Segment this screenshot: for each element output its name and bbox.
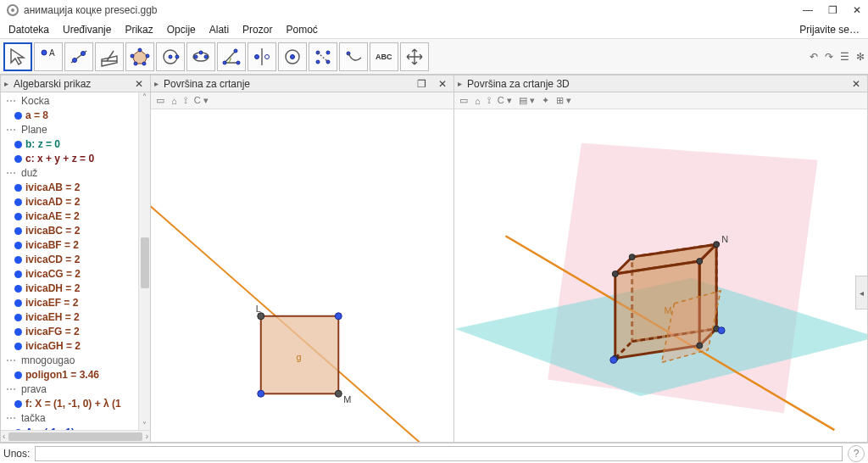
scroll-up-icon[interactable]: ˄ [142,92,147,102]
algebra-panel-close[interactable]: ✕ [131,78,147,90]
visibility-dot-icon[interactable] [14,227,22,235]
window-minimize-button[interactable]: — [803,4,813,16]
algebra-item[interactable]: ivicaCG = 2 [3,267,138,282]
menu-prozor[interactable]: Prozor [237,22,277,37]
graphics2d-canvas[interactable]: L M g [151,109,453,442]
tool-move[interactable] [3,42,32,71]
visibility-dot-icon[interactable] [14,285,22,293]
algebra-item[interactable]: c: x + y + z = 0 [3,152,138,166]
visibility-dot-icon[interactable] [14,299,22,307]
menu-uređivanje[interactable]: Uređivanje [58,22,116,37]
algebra-item[interactable]: ivicaEF = 2 [3,296,138,310]
window-close-button[interactable]: ✕ [853,4,861,16]
algebra-item[interactable]: b: z = 0 [3,137,138,152]
scroll-right-icon[interactable]: › [146,432,148,441]
algebra-group[interactable]: tačka [3,411,138,426]
sub3d-btn-2[interactable]: ⟟ [487,95,491,106]
visibility-dot-icon[interactable] [14,371,22,379]
algebra-group[interactable]: Kocka [3,94,138,109]
visibility-dot-icon[interactable] [14,155,22,163]
graphics2d-maximize[interactable]: ❐ [414,78,430,90]
sub3d-btn-0[interactable]: ▭ [459,95,468,106]
visibility-dot-icon[interactable] [14,256,22,264]
tool-slider[interactable] [278,42,307,71]
algebra-item[interactable]: ivicaBC = 2 [3,224,138,238]
sub3d-btn-3[interactable]: C ▾ [498,95,512,106]
visibility-dot-icon[interactable] [14,112,22,120]
algebra-group[interactable]: duž [3,166,138,181]
sub3d-btn-1[interactable]: ⌂ [475,96,481,106]
visibility-dot-icon[interactable] [14,242,22,249]
menu-pomoć[interactable]: Pomoć [281,22,322,37]
menu-datoteka[interactable]: Datoteka [3,22,54,37]
algebra-item[interactable]: ivicaFG = 2 [3,325,138,339]
window-maximize-button[interactable]: ❐ [828,4,837,16]
visibility-dot-icon[interactable] [14,184,22,192]
algebra-item[interactable]: ivicaGH = 2 [3,339,138,354]
sub2d-btn-2[interactable]: ⟟ [184,95,187,106]
algebra-item[interactable]: ivicaAD = 2 [3,195,138,209]
hamburger-icon[interactable]: ☰ [840,51,849,63]
sub3d-btn-5[interactable]: ✦ [542,95,549,106]
undo-button[interactable]: ↶ [810,51,818,63]
algebra-item[interactable]: ivicaBF = 2 [3,238,138,253]
tool-angle[interactable] [217,42,246,71]
sub2d-btn-1[interactable]: ⌂ [171,96,177,106]
redo-button[interactable]: ↷ [825,51,833,63]
algebra-item[interactable]: ivicaDH = 2 [3,282,138,296]
sub2d-btn-0[interactable]: ▭ [156,95,164,106]
input-field[interactable] [35,446,843,461]
graphics3d-close[interactable]: ✕ [849,78,864,90]
algebra-group[interactable]: mnogougao [3,354,138,368]
algebra-item[interactable]: ivicaAE = 2 [3,209,138,224]
visibility-dot-icon[interactable] [14,429,22,430]
tool-circle[interactable] [156,42,185,71]
panel-collapse-icon[interactable]: ▸ [4,79,8,88]
signin-link[interactable]: Prijavite se… [799,24,865,36]
tool-perpendicular[interactable] [95,42,124,71]
panel-collapse-icon[interactable]: ▸ [154,79,159,88]
tool-ellipse[interactable] [186,42,215,71]
settings-gear-icon[interactable]: ✻ [856,51,865,63]
visibility-dot-icon[interactable] [14,328,22,336]
algebra-hscrollbar[interactable]: ‹ › [1,430,150,442]
algebra-vscrollbar[interactable]: ˄ ˅ [138,92,150,430]
algebra-group[interactable]: Plane [3,123,138,137]
algebra-item[interactable]: A = (-1, -1) [3,426,138,430]
sub2d-btn-3[interactable]: C ▾ [194,95,209,106]
scroll-left-icon[interactable]: ‹ [3,432,5,441]
algebra-item[interactable]: ivicaEH = 2 [3,310,138,325]
visibility-dot-icon[interactable] [14,271,22,278]
visibility-dot-icon[interactable] [14,198,22,206]
visibility-dot-icon[interactable] [14,400,22,408]
scroll-thumb[interactable] [141,237,149,288]
visibility-dot-icon[interactable] [14,343,22,350]
graphics3d-side-handle[interactable]: ◂ [855,276,867,310]
algebra-item[interactable]: ivicaAB = 2 [3,181,138,195]
tool-abc[interactable]: ABC [370,42,398,71]
algebra-item[interactable]: a = 8 [3,109,138,123]
sub3d-btn-4[interactable]: ▤ ▾ [519,95,535,106]
panel-collapse-icon[interactable]: ▸ [458,79,462,88]
algebra-item[interactable]: poligon1 = 3.46 [3,368,138,382]
tool-text[interactable] [309,42,337,71]
menu-alati[interactable]: Alati [204,22,234,37]
input-help-button[interactable]: ? [848,445,865,462]
tool-polygon[interactable] [125,42,154,71]
visibility-dot-icon[interactable] [14,314,22,321]
tool-reflect[interactable] [248,42,276,71]
menu-opcije[interactable]: Opcije [162,22,201,37]
menu-prikaz[interactable]: Prikaz [120,22,158,37]
tool-locus[interactable] [339,42,368,71]
tool-line[interactable] [64,42,93,71]
hscroll-thumb[interactable] [8,432,142,441]
visibility-dot-icon[interactable] [14,213,22,220]
algebra-item[interactable]: ivicaCD = 2 [3,253,138,267]
tool-point[interactable]: A [34,42,63,71]
graphics2d-close[interactable]: ✕ [435,78,450,90]
scroll-down-icon[interactable]: ˅ [142,421,147,430]
algebra-item[interactable]: f: X = (1, -1, 0) + λ (1 [3,397,138,411]
tool-move-view[interactable] [400,42,429,71]
visibility-dot-icon[interactable] [14,141,22,148]
sub3d-btn-6[interactable]: ⊞ ▾ [556,95,571,106]
